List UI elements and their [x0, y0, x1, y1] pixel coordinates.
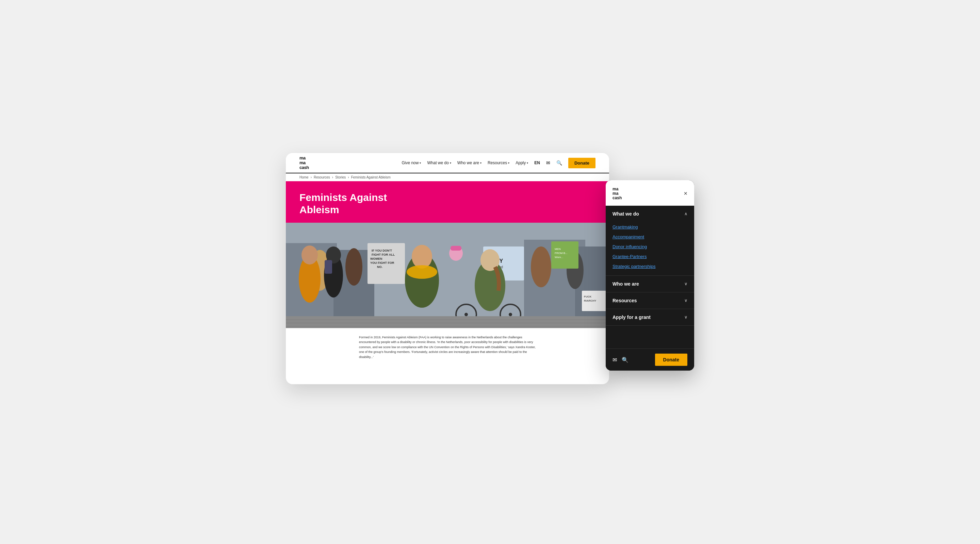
breadcrumb-current: Feminists Against Ableism [351, 175, 391, 179]
mobile-menu-header: ma ma cash × [606, 180, 694, 206]
article-text: Formed in 2019, Feminists Against Ableis… [359, 335, 536, 359]
tablet-view: ma ma cash Give now ▾ What we do ▾ Who w… [286, 153, 609, 384]
svg-point-41 [301, 246, 318, 265]
svg-text:WOMEN: WOMEN [370, 257, 382, 260]
breadcrumb-stories[interactable]: Stories [335, 175, 346, 179]
mobile-mail-icon[interactable]: ✉ [612, 357, 617, 363]
svg-point-31 [465, 313, 468, 316]
protest-photo: IF YOU DON'T FIGHT FOR ALL WOMEN YOU FIG… [286, 223, 609, 328]
page-title: Feminists Against Ableism [299, 192, 418, 216]
mobile-nav: What we do ∧ Grantmaking Accompaniment D… [606, 206, 694, 349]
mobile-section-items-what-we-do: Grantmaking Accompaniment Donor influenc… [606, 222, 694, 275]
svg-rect-42 [325, 260, 332, 274]
nav-donate-button[interactable]: Donate [568, 158, 595, 168]
svg-point-32 [509, 313, 512, 316]
mobile-section-apply: Apply for a grant ∨ [606, 309, 694, 326]
breadcrumb-sep: › [332, 175, 333, 179]
mobile-nav-accompaniment[interactable]: Accompaniment [612, 232, 687, 242]
chevron-up-icon: ∧ [684, 211, 687, 216]
mobile-section-header-apply[interactable]: Apply for a grant ∨ [606, 309, 694, 325]
nav-logo[interactable]: ma ma cash [299, 156, 309, 170]
mobile-footer: ✉ 🔍 Donate [606, 349, 694, 371]
breadcrumb-home[interactable]: Home [299, 175, 309, 179]
svg-text:MEN: MEN [555, 247, 561, 251]
chevron-down-icon: ▾ [508, 162, 509, 165]
svg-rect-37 [450, 246, 461, 251]
hero-image: IF YOU DON'T FIGHT FOR ALL WOMEN YOU FIG… [286, 223, 609, 328]
mobile-section-header-what-we-do[interactable]: What we do ∧ [606, 206, 694, 222]
svg-point-26 [407, 265, 437, 279]
mobile-menu: ma ma cash × What we do ∧ Grantmaking Ac… [606, 180, 694, 371]
mobile-search-icon[interactable]: 🔍 [622, 357, 628, 363]
chevron-down-icon: ∨ [684, 298, 687, 303]
mobile-section-who-we-are: Who we are ∨ [606, 276, 694, 292]
chevron-down-icon: ▾ [420, 162, 421, 165]
chevron-down-icon: ▾ [450, 162, 451, 165]
chevron-down-icon: ▾ [527, 162, 528, 165]
mobile-nav-grantmaking[interactable]: Grantmaking [612, 222, 687, 232]
mobile-section-header-who-we-are[interactable]: Who we are ∨ [606, 276, 694, 292]
nav-resources[interactable]: Resources ▾ [488, 160, 509, 165]
mobile-logo: ma ma cash [612, 187, 622, 201]
mobile-section-header-resources[interactable]: Resources ∨ [606, 292, 694, 309]
article-section: Formed in 2019, Feminists Against Ableis… [286, 328, 609, 366]
nav-links: Give now ▾ What we do ▾ Who we are ▾ Res… [319, 158, 595, 168]
chevron-down-icon: ▾ [480, 162, 482, 165]
breadcrumb-sep: › [348, 175, 349, 179]
mobile-section-what-we-do: What we do ∧ Grantmaking Accompaniment D… [606, 206, 694, 276]
nav-apply[interactable]: Apply ▾ [515, 160, 528, 165]
svg-text:FIGHT FOR ALL: FIGHT FOR ALL [372, 253, 395, 256]
mobile-section-resources: Resources ∨ [606, 292, 694, 309]
nav-give-now[interactable]: Give now ▾ [401, 160, 421, 165]
nav-who-we-are[interactable]: Who we are ▾ [457, 160, 482, 165]
nav-language[interactable]: EN [534, 160, 540, 165]
svg-text:YOU FIGHT FOR: YOU FIGHT FOR [370, 261, 395, 265]
chevron-down-icon: ∨ [684, 315, 687, 320]
chevron-down-icon: ∨ [684, 282, 687, 286]
mobile-donate-button[interactable]: Donate [655, 354, 687, 366]
mobile-nav-grantee-partners[interactable]: Grantee-Partners [612, 252, 687, 262]
breadcrumb-resources[interactable]: Resources [314, 175, 330, 179]
svg-text:NO.: NO. [377, 265, 382, 269]
svg-text:IF YOU DON'T: IF YOU DON'T [372, 249, 392, 252]
mobile-nav-donor-influencing[interactable]: Donor influencing [612, 242, 687, 252]
svg-text:Wom...: Wom... [555, 256, 563, 259]
nav-bar: ma ma cash Give now ▾ What we do ▾ Who w… [286, 153, 609, 173]
svg-text:FROM B...: FROM B... [555, 252, 568, 255]
mobile-nav-strategic-partnerships[interactable]: Strategic partnerships [612, 262, 687, 271]
search-icon[interactable]: 🔍 [556, 160, 562, 166]
mail-icon[interactable]: ✉ [546, 160, 550, 166]
breadcrumb: Home › Resources › Stories › Feminists A… [286, 173, 609, 181]
mobile-close-button[interactable]: × [684, 190, 687, 197]
scene: ma ma cash Give now ▾ What we do ▾ Who w… [286, 153, 694, 391]
hero-section: Feminists Against Ableism [286, 181, 609, 223]
svg-rect-20 [551, 241, 579, 269]
svg-text:FUCK: FUCK [584, 295, 592, 298]
svg-point-8 [531, 246, 551, 287]
breadcrumb-sep: › [311, 175, 312, 179]
svg-point-25 [412, 245, 432, 269]
svg-text:RIARCHY: RIARCHY [584, 299, 597, 302]
nav-what-we-do[interactable]: What we do ▾ [427, 160, 451, 165]
svg-point-6 [345, 248, 363, 285]
